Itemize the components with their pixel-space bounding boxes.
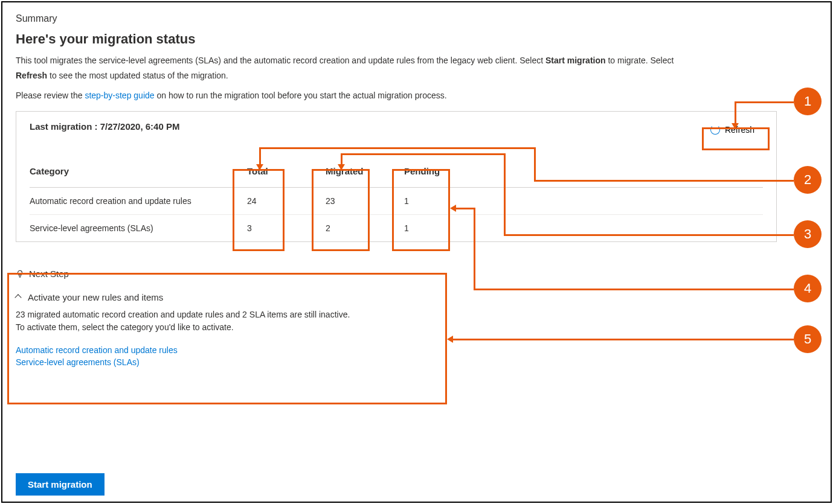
- next-step-body: 23 migrated automatic record creation an…: [16, 308, 817, 334]
- annotation-line: [735, 101, 794, 103]
- page-description: This tool migrates the service-level agr…: [16, 54, 817, 67]
- ns-body-line1: 23 migrated automatic record creation an…: [16, 308, 817, 321]
- next-step-heading: Next Step: [29, 269, 69, 279]
- review-prefix: Please review the: [16, 91, 85, 100]
- migration-status-panel: Last migration : 7/27/2020, 6:40 PM Refr…: [16, 111, 777, 242]
- lightbulb-icon: [16, 270, 24, 278]
- accordion-toggle[interactable]: Activate your new rules and items: [16, 292, 817, 302]
- annotation-line: [504, 234, 794, 236]
- annotation-arrow: [450, 205, 456, 212]
- cell-total: 24: [247, 188, 326, 215]
- callout-3: 3: [794, 220, 822, 248]
- table-row: Service-level agreements (SLAs) 3 2 1: [30, 215, 763, 242]
- link-arc-rules[interactable]: Automatic record creation and update rul…: [16, 345, 817, 357]
- last-migration-label: Last migration : 7/27/2020, 6:40 PM: [30, 121, 179, 132]
- status-table: Category Total Migrated Pending Automati…: [30, 160, 763, 241]
- annotation-line: [449, 339, 794, 340]
- page-frame: Summary Here's your migration status Thi…: [1, 1, 832, 503]
- col-pending: Pending: [404, 160, 483, 188]
- annotation-arrow: [256, 164, 263, 170]
- desc-suffix: to see the most updated status of the mi…: [47, 71, 228, 80]
- annotation-line: [474, 208, 475, 290]
- table-row: Automatic record creation and update rul…: [30, 188, 763, 215]
- callout-4: 4: [794, 275, 822, 302]
- refresh-button-label: Refresh: [725, 125, 754, 135]
- annotation-line: [534, 180, 794, 182]
- start-migration-button[interactable]: Start migration: [16, 473, 105, 496]
- ns-body-line2: To activate them, select the category yo…: [16, 321, 817, 334]
- annotation-line: [259, 147, 536, 149]
- cell-pending: 1: [404, 215, 483, 242]
- guide-link[interactable]: step-by-step guide: [85, 91, 154, 100]
- annotation-line: [341, 153, 506, 155]
- col-spacer: [483, 160, 763, 188]
- annotation-line: [534, 147, 536, 182]
- annotation-arrow: [732, 123, 739, 129]
- refresh-icon: [710, 125, 720, 135]
- page-description-2: Refresh to see the most updated status o…: [16, 69, 817, 82]
- cell-pending: 1: [404, 188, 483, 215]
- next-step-panel: Next Step Activate your new rules and it…: [16, 266, 817, 371]
- callout-1: 1: [794, 88, 822, 115]
- cell-migrated: 2: [326, 215, 404, 242]
- cell-category: Automatic record creation and update rul…: [30, 188, 247, 215]
- review-text: Please review the step-by-step guide on …: [16, 91, 817, 100]
- annotation-arrow: [447, 336, 453, 343]
- cell-migrated: 23: [326, 188, 404, 215]
- annotation-line: [474, 289, 794, 290]
- callout-5: 5: [794, 325, 822, 353]
- desc-bold-refresh: Refresh: [16, 71, 47, 80]
- cell-total: 3: [247, 215, 326, 242]
- desc-bold-start: Start migration: [545, 56, 606, 65]
- summary-label: Summary: [16, 13, 817, 24]
- page-title: Here's your migration status: [16, 31, 817, 47]
- annotation-arrow: [338, 164, 345, 170]
- cell-category: Service-level agreements (SLAs): [30, 215, 247, 242]
- callout-2: 2: [794, 166, 822, 194]
- desc-mid: to migrate. Select: [606, 56, 674, 65]
- desc-text: This tool migrates the service-level agr…: [16, 56, 545, 65]
- annotation-line: [259, 147, 261, 165]
- accordion-title-text: Activate your new rules and items: [28, 292, 163, 302]
- review-suffix: on how to run the migration tool before …: [155, 91, 447, 100]
- chevron-up-icon: [14, 294, 21, 301]
- annotation-line: [341, 153, 343, 165]
- annotation-line: [504, 153, 506, 236]
- link-slas[interactable]: Service-level agreements (SLAs): [16, 357, 817, 369]
- col-category: Category: [30, 160, 247, 188]
